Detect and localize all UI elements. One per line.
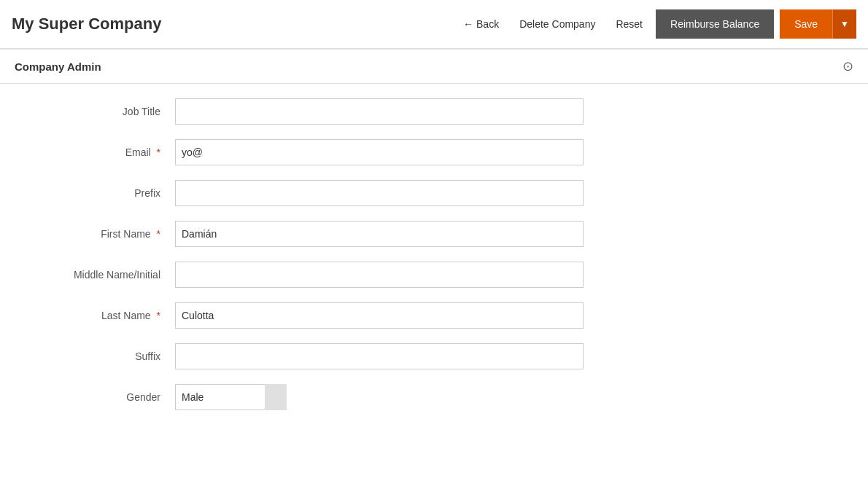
suffix-input[interactable]: [175, 343, 584, 369]
first-name-required-indicator: *: [157, 228, 160, 240]
form-row-prefix: Prefix: [29, 180, 839, 206]
toolbar: My Super Company ← Back Delete Company R…: [0, 0, 868, 50]
last-name-input[interactable]: [175, 302, 584, 329]
last-name-required-indicator: *: [157, 310, 160, 321]
label-job-title: Job Title: [29, 106, 175, 117]
first-name-input[interactable]: [175, 221, 584, 247]
save-button-group: Save ▼: [780, 9, 856, 39]
form-row-email: Email *: [29, 139, 839, 165]
form-row-suffix: Suffix: [29, 343, 839, 369]
form-row-gender: Gender Male Female Other Prefer not to s…: [29, 384, 839, 410]
section-toggle-button[interactable]: ⊙: [842, 58, 853, 74]
toolbar-actions: ← Back Delete Company Reset Reimburse Ba…: [456, 9, 856, 39]
form-body: Job Title Email * Prefix First Name * Mi…: [0, 84, 868, 454]
save-button[interactable]: Save: [780, 9, 832, 39]
reimburse-balance-button[interactable]: Reimburse Balance: [656, 9, 774, 39]
section-header: Company Admin ⊙: [0, 50, 868, 84]
label-first-name: First Name *: [29, 228, 175, 240]
form-row-job-title: Job Title: [29, 98, 839, 125]
page-title: My Super Company: [12, 15, 456, 34]
label-last-name: Last Name *: [29, 310, 175, 321]
chevron-down-icon: ▼: [840, 19, 849, 29]
back-button[interactable]: ← Back: [456, 14, 506, 34]
save-dropdown-button[interactable]: ▼: [832, 9, 856, 39]
job-title-input[interactable]: [175, 98, 584, 125]
form-row-first-name: First Name *: [29, 221, 839, 247]
toggle-icon: ⊙: [842, 59, 853, 74]
form-row-last-name: Last Name *: [29, 302, 839, 329]
email-required-indicator: *: [157, 146, 160, 158]
gender-select-wrapper: Male Female Other Prefer not to say ▼: [175, 384, 287, 410]
back-label: Back: [476, 18, 499, 30]
label-gender: Gender: [29, 391, 175, 403]
label-email: Email *: [29, 146, 175, 158]
label-prefix: Prefix: [29, 187, 175, 199]
prefix-input[interactable]: [175, 180, 584, 206]
gender-select[interactable]: Male Female Other Prefer not to say: [175, 384, 287, 410]
middle-name-input[interactable]: [175, 262, 584, 288]
form-row-middle-name: Middle Name/Initial: [29, 262, 839, 288]
label-suffix: Suffix: [29, 350, 175, 362]
delete-company-button[interactable]: Delete Company: [512, 14, 602, 34]
section-title: Company Admin: [15, 60, 101, 73]
back-arrow-icon: ←: [463, 18, 473, 30]
reset-button[interactable]: Reset: [608, 14, 650, 34]
email-input[interactable]: [175, 139, 584, 165]
label-middle-name: Middle Name/Initial: [29, 269, 175, 281]
